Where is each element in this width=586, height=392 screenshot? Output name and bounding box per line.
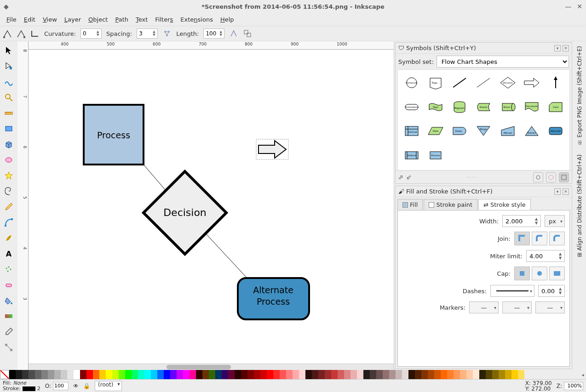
palette-swatch[interactable]: [518, 370, 524, 379]
close-button[interactable]: ✕: [577, 3, 582, 10]
box3d-tool[interactable]: [3, 139, 14, 150]
palette-swatch[interactable]: [196, 370, 202, 379]
zoom-tool[interactable]: [3, 92, 14, 103]
menu-file[interactable]: File: [4, 15, 19, 24]
palette-swatch[interactable]: [215, 370, 222, 379]
palette-swatch[interactable]: [29, 370, 35, 379]
miter-input[interactable]: [527, 253, 559, 260]
palette-swatch[interactable]: [479, 370, 486, 379]
palette-swatch[interactable]: [112, 370, 119, 379]
palette-swatch[interactable]: [421, 370, 428, 379]
selector-tool[interactable]: [3, 45, 14, 56]
paintbucket-tool[interactable]: [3, 295, 14, 306]
palette-swatch[interactable]: [305, 370, 312, 379]
palette-swatch[interactable]: [177, 370, 183, 379]
connector-avoid-icon[interactable]: [3, 29, 12, 38]
palette-swatch[interactable]: [254, 370, 260, 379]
palette-swatch[interactable]: [190, 370, 196, 379]
spiral-tool[interactable]: [3, 186, 14, 197]
spray-tool[interactable]: [3, 264, 14, 275]
opacity-input[interactable]: [53, 382, 69, 390]
palette-swatch[interactable]: [396, 370, 402, 379]
connector-ignore-icon[interactable]: [17, 29, 26, 38]
palette-swatch[interactable]: [376, 370, 383, 379]
palette-swatch[interactable]: [241, 370, 247, 379]
dash-offset-spinner[interactable]: ▲▼: [538, 285, 565, 297]
visibility-toggle-icon[interactable]: 👁: [73, 383, 79, 389]
sym-line2[interactable]: [473, 74, 494, 92]
sym-stored[interactable]: Stored: [473, 98, 494, 116]
sym-document[interactable]: Document: [522, 98, 542, 116]
palette-swatch[interactable]: [389, 370, 396, 379]
palette-swatch[interactable]: [286, 370, 293, 379]
sym-line1[interactable]: [449, 74, 470, 92]
sym-connector[interactable]: Connector: [402, 74, 422, 92]
join-miter-button[interactable]: [514, 232, 530, 245]
pencil-tool[interactable]: [3, 201, 14, 212]
view-large-icon[interactable]: [559, 172, 569, 182]
calligraphy-tool[interactable]: [3, 233, 14, 244]
tab-fill[interactable]: Fill: [397, 199, 423, 210]
docked-tab-export[interactable]: ⎘Export PNG Image (Shift+Ctrl+E): [575, 43, 584, 148]
sym-internal-storage[interactable]: Internal: [402, 122, 422, 140]
palette-swatch[interactable]: [119, 370, 125, 379]
palette-swatch[interactable]: [415, 370, 421, 379]
scrollbar-thumb[interactable]: [167, 365, 231, 369]
palette-swatch[interactable]: [93, 370, 99, 379]
sym-direct-access[interactable]: Direct: [498, 98, 518, 116]
sym-up-arrow[interactable]: [546, 74, 566, 92]
palette-swatch[interactable]: [144, 370, 151, 379]
palette-swatch[interactable]: [318, 370, 325, 379]
sym-extract[interactable]: Extract: [522, 122, 542, 140]
marker-mid-select[interactable]: —: [502, 301, 532, 313]
palette-swatch[interactable]: [80, 370, 86, 379]
sym-card[interactable]: Card: [546, 98, 566, 116]
spacing-input[interactable]: [137, 30, 153, 37]
menu-edit[interactable]: Edit: [21, 15, 38, 24]
sym-manual-input[interactable]: Manual: [498, 122, 518, 140]
tab-stroke-paint[interactable]: Stroke paint: [424, 199, 477, 210]
ellipse-tool[interactable]: [3, 154, 14, 165]
palette-scroll-left[interactable]: ◂: [580, 370, 586, 379]
symbol-set-select[interactable]: Flow Chart Shapes: [437, 56, 569, 68]
star-tool[interactable]: [3, 170, 14, 181]
menu-filters[interactable]: Filters: [152, 15, 176, 24]
view-small-icon[interactable]: [533, 172, 543, 182]
horizontal-scrollbar[interactable]: [29, 364, 394, 370]
sym-decision[interactable]: Decision: [498, 74, 518, 92]
palette-swatch[interactable]: [16, 370, 22, 379]
curvature-spinner[interactable]: ▲▼: [80, 28, 102, 39]
palette-swatch[interactable]: [157, 370, 164, 379]
palette-swatch[interactable]: [370, 370, 376, 379]
menu-view[interactable]: View: [40, 15, 60, 24]
palette-swatch[interactable]: [202, 370, 209, 379]
palette-swatch[interactable]: [505, 370, 511, 379]
get-from-canvas-icon[interactable]: ⬃: [406, 174, 411, 181]
cap-round-button[interactable]: [532, 267, 547, 280]
palette-swatch[interactable]: [22, 370, 29, 379]
length-input[interactable]: [204, 30, 219, 37]
join-round-button[interactable]: [532, 232, 547, 245]
connector-ortho-icon[interactable]: [30, 29, 40, 38]
overlap-icon[interactable]: [243, 29, 252, 38]
length-spinner[interactable]: ▲▼: [203, 28, 224, 39]
sym-merge[interactable]: Merge: [473, 122, 494, 140]
view-medium-icon[interactable]: [546, 172, 556, 182]
palette-swatch[interactable]: [460, 370, 466, 379]
width-input[interactable]: [503, 218, 535, 225]
palette-swatch[interactable]: [132, 370, 138, 379]
menu-extensions[interactable]: Extensions: [178, 15, 216, 24]
palette-swatch[interactable]: [86, 370, 93, 379]
menu-help[interactable]: Help: [218, 15, 237, 24]
graph-layout-icon[interactable]: [162, 29, 172, 38]
sym-alternate-process[interactable]: Alternate: [546, 122, 566, 140]
tweak-tool[interactable]: [3, 76, 14, 87]
palette-swatch[interactable]: [511, 370, 518, 379]
palette-swatch[interactable]: [228, 370, 235, 379]
panel-minimize-button[interactable]: ▾: [554, 45, 561, 51]
palette-swatch[interactable]: [61, 370, 67, 379]
width-spinner[interactable]: ▲▼: [502, 215, 541, 227]
menu-layer[interactable]: Layer: [62, 15, 84, 24]
rectangle-tool[interactable]: [3, 123, 14, 134]
sym-page[interactable]: Page...: [425, 74, 446, 92]
